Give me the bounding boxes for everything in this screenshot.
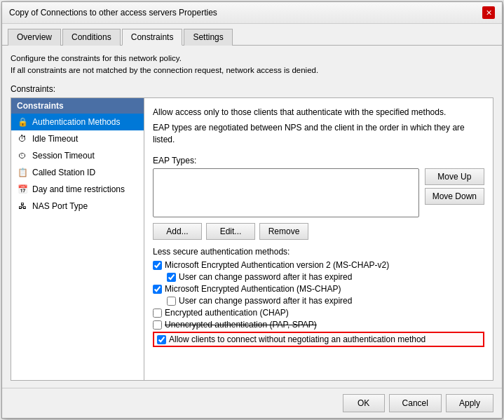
tab-bar: Overview Conditions Constraints Settings [2, 24, 502, 46]
eap-types-label: EAP Types: [153, 156, 484, 165]
dialog-window: Copy of Connections to other access serv… [1, 1, 503, 419]
checkbox-mschap-pwchange[interactable] [167, 297, 176, 306]
ok-button[interactable]: OK [343, 394, 385, 412]
checkbox-noauth[interactable] [157, 335, 166, 344]
session-timeout-icon: ⏲ [17, 150, 28, 161]
sidebar-item-session-label: Session Timeout [32, 151, 95, 161]
checkbox-noauth-label: Allow clients to connect without negotia… [169, 334, 425, 344]
checkbox-chap-label: Encrypted authentication (CHAP) [165, 308, 289, 318]
sidebar-item-nas-port[interactable]: 🖧 NAS Port Type [11, 198, 144, 215]
eap-buttons: Move Up Move Down [425, 168, 484, 217]
auth-methods-icon: 🔒 [17, 116, 28, 128]
checkbox-mschap2-pwchange[interactable] [167, 273, 176, 282]
dialog-title: Copy of Connections to other access serv… [9, 8, 217, 18]
checkbox-noauth-row: Allow clients to connect without negotia… [153, 332, 484, 347]
sidebar-item-session-timeout[interactable]: ⏲ Session Timeout [11, 147, 144, 164]
cancel-button[interactable]: Cancel [389, 394, 442, 412]
checkbox-pap-label: Unencrypted authentication (PAP, SPAP) [165, 320, 317, 330]
idle-timeout-icon: ⏱ [17, 133, 28, 144]
desc-line1: Configure the constraints for this netwo… [11, 53, 493, 65]
tab-constraints[interactable]: Constraints [122, 29, 183, 46]
checkbox-chap[interactable] [153, 309, 162, 318]
title-bar: Copy of Connections to other access serv… [2, 2, 502, 24]
sidebar-item-called-station[interactable]: 📋 Called Station ID [11, 164, 144, 181]
checkbox-mschap-pwchange-label: User can change password after it has ex… [179, 296, 352, 306]
eap-section: Move Up Move Down [153, 168, 484, 217]
checkbox-mschap2-pwchange-row: User can change password after it has ex… [167, 272, 484, 282]
tab-settings[interactable]: Settings [184, 29, 232, 46]
content-area: Configure the constraints for this netwo… [2, 46, 502, 388]
day-time-icon: 📅 [17, 184, 28, 195]
checkbox-mschap2-label: Microsoft Encrypted Authentication versi… [165, 260, 389, 270]
desc-line2: If all constraints are not matched by th… [11, 65, 493, 76]
constraints-label: Constraints: [11, 84, 493, 94]
edit-button[interactable]: Edit... [206, 223, 255, 240]
add-edit-remove-buttons: Add... Edit... Remove [153, 223, 484, 240]
tab-overview[interactable]: Overview [8, 29, 61, 46]
sidebar-item-called-label: Called Station ID [32, 168, 95, 177]
constraints-panel: Constraints 🔒 Authentication Methods ⏱ I… [11, 97, 493, 381]
add-button[interactable]: Add... [153, 223, 202, 240]
bottom-buttons-bar: OK Cancel Apply [2, 388, 502, 418]
checkbox-mschap[interactable] [153, 285, 162, 294]
checkbox-chap-row: Encrypted authentication (CHAP) [153, 308, 484, 318]
checkbox-mschap-row: Microsoft Encrypted Authentication (MS-C… [153, 284, 484, 294]
checkbox-mschap-pwchange-row: User can change password after it has ex… [167, 296, 484, 306]
sidebar-item-day-label: Day and time restrictions [32, 184, 125, 194]
checkbox-mschap-label: Microsoft Encrypted Authentication (MS-C… [165, 284, 341, 294]
nas-port-icon: 🖧 [17, 201, 28, 212]
move-down-button[interactable]: Move Down [425, 188, 484, 205]
sidebar-item-auth-label: Authentication Methods [32, 117, 120, 127]
constraints-sidebar: Constraints 🔒 Authentication Methods ⏱ I… [11, 98, 144, 381]
right-desc1: Allow access only to those clients that … [153, 107, 484, 118]
checkbox-mschap2-pwchange-label: User can change password after it has ex… [179, 272, 352, 282]
right-desc2: EAP types are negotiated between NPS and… [153, 122, 484, 146]
tab-conditions[interactable]: Conditions [62, 29, 121, 46]
right-panel: Allow access only to those clients that … [144, 98, 493, 381]
called-station-icon: 📋 [17, 167, 28, 178]
remove-button[interactable]: Remove [259, 223, 308, 240]
checkbox-pap-row: Unencrypted authentication (PAP, SPAP) [153, 320, 484, 330]
sidebar-item-nas-label: NAS Port Type [32, 201, 88, 211]
checkbox-mschap2[interactable] [153, 261, 162, 270]
sidebar-item-idle-label: Idle Timeout [32, 134, 78, 144]
sidebar-item-auth-methods[interactable]: 🔒 Authentication Methods [11, 114, 144, 130]
sidebar-item-day-time[interactable]: 📅 Day and time restrictions [11, 181, 144, 198]
checkbox-pap[interactable] [153, 320, 162, 330]
eap-listbox[interactable] [153, 168, 419, 217]
sidebar-header: Constraints [11, 98, 144, 114]
sidebar-item-idle-timeout[interactable]: ⏱ Idle Timeout [11, 130, 144, 147]
checkbox-mschap2-row: Microsoft Encrypted Authentication versi… [153, 260, 484, 270]
apply-button[interactable]: Apply [446, 394, 493, 412]
close-button[interactable]: ✕ [482, 6, 495, 19]
less-secure-label: Less secure authentication methods: [153, 247, 484, 257]
description-block: Configure the constraints for this netwo… [11, 53, 493, 77]
move-up-button[interactable]: Move Up [425, 168, 484, 185]
